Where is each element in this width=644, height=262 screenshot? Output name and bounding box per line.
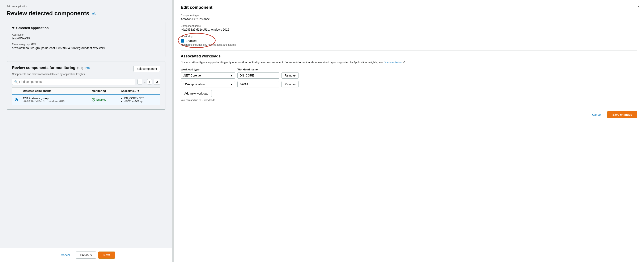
collapse-icon bbox=[12, 27, 14, 29]
selected-application-box: Selected application Application test-MW… bbox=[7, 22, 166, 57]
add-workload-button[interactable]: Add new workload bbox=[181, 90, 212, 97]
next-page-button[interactable]: › bbox=[147, 79, 152, 85]
remove-workload-button-2[interactable]: Remove bbox=[282, 81, 299, 87]
breadcrumb: Add an application bbox=[7, 5, 166, 8]
left-panel: Add an application Review detected compo… bbox=[0, 0, 172, 262]
workload-col-headers: Workload type Workload name bbox=[181, 68, 637, 71]
cancel-button[interactable]: Cancel bbox=[57, 252, 74, 259]
monitoring-hint: Monitoring includes key metrics, logs, a… bbox=[181, 43, 637, 46]
save-changes-button[interactable]: Save changes bbox=[607, 111, 637, 118]
selected-app-header: Selected application bbox=[12, 26, 160, 30]
check-circle-icon: ✓ bbox=[92, 98, 95, 102]
component-type-value: Amazon EC2 instance bbox=[181, 17, 637, 21]
workloads-list: DN_CORE (.NET JAVA1 (JAVA ap bbox=[121, 97, 157, 103]
table-row[interactable]: EC2 instance group i-0a0858a7fd11cd51c: … bbox=[12, 94, 160, 105]
workload-limit: You can add up to 5 workloads bbox=[181, 99, 637, 102]
monitoring-label: Monitoring bbox=[181, 35, 196, 38]
component-name-value: i-0a0858a7fd11cd51c: windows 2019 bbox=[181, 28, 637, 31]
previous-button[interactable]: Previous bbox=[76, 252, 96, 259]
search-icon: 🔍 bbox=[14, 80, 18, 83]
remove-workload-button-1[interactable]: Remove bbox=[282, 72, 299, 79]
left-footer: Cancel Previous Next bbox=[0, 248, 172, 262]
review-header: Review components for monitoring (1/1) I… bbox=[12, 66, 160, 72]
associated-workloads-title: Associated workloads bbox=[181, 54, 637, 58]
component-type-label: Component type bbox=[181, 14, 637, 17]
component-sub-name: i-0a0858a7fd11cd51c: windows 2019 bbox=[23, 100, 86, 103]
right-cancel-button[interactable]: Cancel bbox=[588, 111, 605, 118]
review-info-link[interactable]: Info bbox=[85, 66, 90, 70]
col-detected-components: Detected components bbox=[20, 88, 89, 95]
workload-type-select-2[interactable]: JAVA application ▼ bbox=[181, 81, 235, 87]
workload-type-col-label: Workload type bbox=[181, 68, 235, 71]
settings-button[interactable]: ⚙ bbox=[154, 79, 160, 85]
workload-type-select-1[interactable]: .NET Core tier ▼ bbox=[181, 72, 235, 79]
workload-name-col-label: Workload name bbox=[238, 68, 280, 71]
col-associate: Associate... ▼ bbox=[118, 88, 160, 95]
next-button[interactable]: Next bbox=[98, 252, 115, 259]
col-monitoring: Monitoring bbox=[89, 88, 118, 95]
prev-page-button[interactable]: ‹ bbox=[138, 79, 142, 85]
monitoring-status: ✓ Enabled bbox=[92, 98, 116, 102]
right-panel: × Edit component Component type Amazon E… bbox=[174, 0, 644, 262]
workload-row-2: JAVA application ▼ Remove bbox=[181, 81, 637, 87]
left-content: Add an application Review detected compo… bbox=[0, 0, 172, 248]
monitoring-checkbox-row: ✓ Enabled bbox=[181, 39, 196, 43]
component-name-label: Component name bbox=[181, 24, 637, 27]
pagination: ‹ 1 › ⚙ bbox=[138, 79, 160, 85]
info-link[interactable]: Info bbox=[92, 12, 96, 15]
monitoring-enabled-label: Enabled bbox=[186, 39, 196, 43]
row-radio[interactable] bbox=[12, 94, 20, 105]
panel-title: Edit component bbox=[181, 5, 637, 10]
monitoring-section: Monitoring ✓ Enabled Monitoring includes… bbox=[181, 35, 637, 46]
review-title-wrapper: Review components for monitoring (1/1) I… bbox=[12, 66, 90, 70]
page-title: Review detected components Info bbox=[7, 10, 166, 17]
radio-icon bbox=[15, 98, 18, 101]
workloads-desc: Some workload types support adding only … bbox=[181, 60, 637, 64]
application-label: Application bbox=[12, 33, 160, 36]
workload-name-input-1[interactable] bbox=[238, 72, 280, 79]
review-components-section: Review components for monitoring (1/1) I… bbox=[7, 61, 166, 110]
components-table: Detected components Monitoring Associate… bbox=[12, 87, 160, 105]
documentation-link[interactable]: Documentation bbox=[384, 61, 402, 64]
list-item: JAVA1 (JAVA ap bbox=[124, 100, 157, 103]
workload-row-1: .NET Core tier ▼ Remove bbox=[181, 72, 637, 79]
monitoring-cell: ✓ Enabled bbox=[89, 94, 118, 105]
workloads-cell: DN_CORE (.NET JAVA1 (JAVA ap bbox=[118, 94, 160, 105]
list-item: DN_CORE (.NET bbox=[124, 97, 157, 100]
review-subtitle: Components and their workloads detected … bbox=[12, 73, 160, 76]
resource-group-arn-label: Resource group ARN bbox=[12, 43, 160, 46]
right-footer: Cancel Save changes bbox=[181, 107, 637, 118]
search-bar: 🔍 ‹ 1 › ⚙ bbox=[12, 79, 160, 85]
resource-group-arn-value: arn:aws:resource-groups:us-east-1:856960… bbox=[12, 46, 160, 50]
search-input-wrapper[interactable]: 🔍 bbox=[12, 79, 136, 85]
col-select bbox=[12, 88, 20, 95]
edit-component-button[interactable]: Edit component bbox=[134, 66, 160, 72]
component-main-name: EC2 instance group bbox=[23, 97, 86, 100]
search-input[interactable] bbox=[19, 80, 133, 83]
component-name-cell: EC2 instance group i-0a0858a7fd11cd51c: … bbox=[20, 94, 89, 105]
monitoring-checkbox[interactable]: ✓ bbox=[181, 39, 184, 43]
page-number: 1 bbox=[144, 80, 146, 83]
application-value: test-MW-W19 bbox=[12, 37, 160, 40]
workload-name-input-2[interactable] bbox=[238, 81, 280, 87]
panel-divider[interactable] bbox=[172, 0, 174, 262]
close-button[interactable]: × bbox=[637, 4, 640, 9]
count-badge: (1/1) bbox=[77, 66, 83, 70]
section-divider bbox=[181, 50, 637, 51]
